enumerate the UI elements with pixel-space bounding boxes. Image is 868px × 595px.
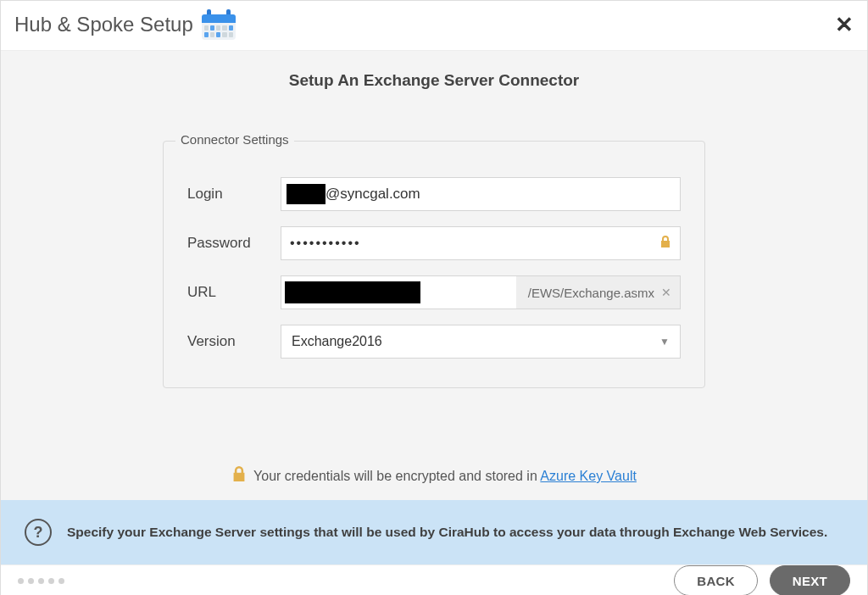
password-masked: ••••••••••• — [290, 236, 361, 251]
setup-modal: Hub & Spoke Setup ✕ Setup An Exchange Se… — [0, 0, 868, 595]
fieldset-legend: Connector Settings — [175, 132, 294, 147]
password-label: Password — [187, 235, 281, 252]
close-icon[interactable]: ✕ — [835, 14, 854, 36]
modal-title: Hub & Spoke Setup — [14, 13, 193, 36]
login-input[interactable]: @syncgal.com — [281, 177, 681, 211]
back-button[interactable]: BACK — [674, 565, 758, 595]
version-row: Version Exchange2016 ▼ — [187, 325, 681, 359]
modal-header: Hub & Spoke Setup ✕ — [1, 1, 867, 51]
step-dot — [38, 578, 44, 584]
url-suffix-chip: /EWS/Exchange.asmx ✕ — [516, 276, 680, 309]
content-area: Setup An Exchange Server Connector Conne… — [1, 51, 867, 564]
step-dot — [18, 578, 24, 584]
modal-footer: BACK NEXT — [1, 564, 867, 595]
clear-url-icon[interactable]: ✕ — [661, 286, 671, 299]
version-label: Version — [187, 333, 281, 350]
url-label: URL — [187, 284, 281, 301]
url-row: URL /EWS/Exchange.asmx ✕ — [187, 275, 681, 309]
page-title: Setup An Exchange Server Connector — [289, 71, 579, 90]
login-redacted — [287, 184, 326, 204]
help-icon: ? — [25, 519, 52, 546]
info-bar: ? Specify your Exchange Server settings … — [1, 500, 867, 564]
info-text: Specify your Exchange Server settings th… — [67, 525, 827, 540]
footer-buttons: BACK NEXT — [674, 565, 850, 595]
azure-key-vault-link[interactable]: Azure Key Vault — [540, 469, 637, 483]
password-row: Password ••••••••••• — [187, 226, 681, 260]
login-domain-suffix: @syncgal.com — [326, 186, 420, 203]
header-left: Hub & Spoke Setup — [14, 9, 236, 40]
credentials-note-text: Your credentials will be encrypted and s… — [253, 469, 637, 484]
connector-settings-fieldset: Connector Settings Login @syncgal.com Pa… — [163, 141, 705, 388]
credentials-note-prefix: Your credentials will be encrypted and s… — [253, 469, 540, 483]
step-dot — [58, 578, 64, 584]
step-dot — [28, 578, 34, 584]
url-suffix-text: /EWS/Exchange.asmx — [528, 286, 654, 300]
step-indicator — [18, 578, 64, 584]
step-dot — [48, 578, 54, 584]
lock-icon — [231, 464, 247, 488]
chevron-down-icon: ▼ — [659, 336, 670, 348]
url-redacted — [285, 281, 420, 303]
password-input[interactable]: ••••••••••• — [281, 226, 681, 260]
credentials-note: Your credentials will be encrypted and s… — [231, 464, 637, 488]
version-select[interactable]: Exchange2016 ▼ — [281, 325, 681, 359]
login-label: Login — [187, 186, 281, 203]
url-input[interactable]: /EWS/Exchange.asmx ✕ — [281, 275, 681, 309]
next-button[interactable]: NEXT — [770, 565, 850, 595]
version-value: Exchange2016 — [292, 334, 382, 349]
login-row: Login @syncgal.com — [187, 177, 681, 211]
calendar-icon — [202, 9, 236, 40]
lock-icon — [659, 235, 671, 252]
